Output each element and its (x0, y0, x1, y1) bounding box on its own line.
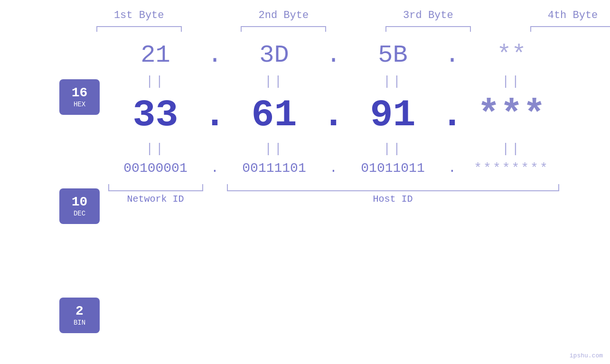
dec-dot1: . (203, 93, 227, 137)
network-id-label: Network ID (108, 194, 203, 205)
dec-b1: 33 (108, 93, 203, 137)
network-bracket (108, 184, 203, 191)
hex-num: 16 (72, 86, 88, 101)
bin-row: 00100001 . 00111101 . 01011011 . (108, 161, 559, 176)
hex-name: HEX (74, 101, 85, 108)
bin-dot3: . (441, 161, 464, 176)
hex-row: 21 . 3D . 5B . ** (108, 41, 559, 69)
data-columns: 21 . 3D . 5B . ** (108, 41, 559, 362)
id-labels-row: Network ID Host ID (108, 194, 559, 205)
hex-b4: ** (464, 41, 559, 69)
dec-b2: 61 (227, 93, 322, 137)
hex-badge: 16 HEX (59, 79, 100, 115)
byte-headers: 1st Byte 2nd Byte 3rd Byte 4th Byte (24, 9, 610, 21)
eq1-b2: || (227, 74, 322, 89)
bin-b2: 00111101 (227, 161, 322, 176)
byte1-header: 1st Byte (78, 9, 200, 21)
eq1-b4: || (464, 74, 559, 89)
bin-b4: ******** (464, 161, 559, 176)
hex-b1: 21 (108, 41, 203, 69)
byte4-header: 4th Byte (512, 9, 610, 21)
main-container: 1st Byte 2nd Byte 3rd Byte 4th Byte 16 H… (0, 0, 610, 364)
host-bracket (227, 184, 559, 191)
eq2-b2: || (227, 141, 322, 156)
bottom-bracket-section (108, 184, 559, 191)
dec-name: DEC (74, 210, 85, 217)
badges-column: 16 HEX 10 DEC 2 BIN (51, 41, 108, 362)
host-id-label: Host ID (227, 194, 559, 205)
equals-row-1: || || || || (108, 74, 559, 89)
bracket-byte1 (96, 26, 182, 32)
byte3-header: 3rd Byte (367, 9, 489, 21)
equals-row-2: || || || || (108, 141, 559, 156)
dec-badge: 10 DEC (59, 188, 100, 224)
bin-dot2: . (322, 161, 346, 176)
dec-b3: 91 (346, 93, 441, 137)
dec-num: 10 (72, 195, 88, 210)
watermark: ipshu.com (570, 352, 603, 359)
dec-dot3: . (441, 93, 464, 137)
bracket-byte3 (385, 26, 471, 32)
bin-num: 2 (75, 304, 84, 319)
eq2-b4: || (464, 141, 559, 156)
bracket-byte2 (241, 26, 326, 32)
hex-dot2: . (322, 41, 346, 69)
bin-b1: 00100001 (108, 161, 203, 176)
hex-dot3: . (441, 41, 464, 69)
dec-dot2: . (322, 93, 346, 137)
bin-badge: 2 BIN (59, 298, 100, 333)
dec-row: 33 . 61 . 91 . *** (108, 93, 559, 137)
eq1-b1: || (108, 74, 203, 89)
bin-name: BIN (74, 319, 85, 327)
eq2-b1: || (108, 141, 203, 156)
top-bracket-row (24, 26, 610, 32)
hex-dot1: . (203, 41, 227, 69)
hex-b2: 3D (227, 41, 322, 69)
byte2-header: 2nd Byte (223, 9, 345, 21)
eq1-b3: || (346, 74, 441, 89)
bracket-byte4 (530, 26, 610, 32)
dec-b4: *** (464, 93, 559, 137)
eq2-b3: || (346, 141, 441, 156)
hex-b3: 5B (346, 41, 441, 69)
bin-dot1: . (203, 161, 227, 176)
bin-b3: 01011011 (346, 161, 441, 176)
